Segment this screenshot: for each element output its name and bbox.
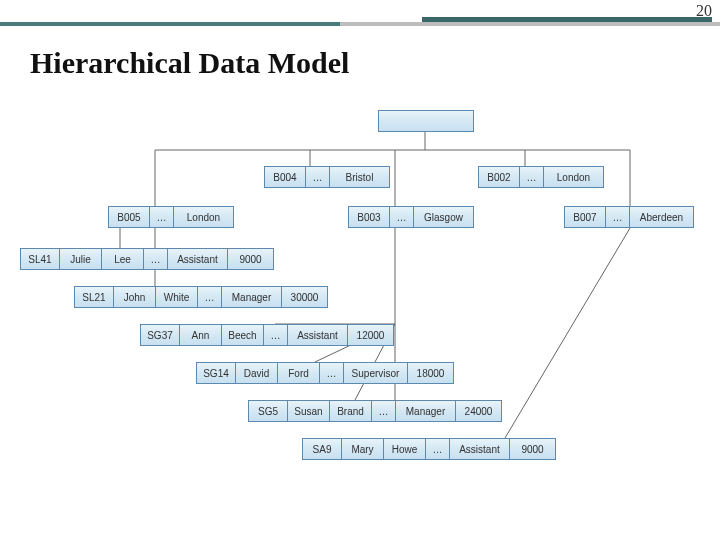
branch-node-b004: B004 … Bristol xyxy=(264,166,390,188)
staff-id: SA9 xyxy=(302,438,342,460)
root-node xyxy=(378,110,474,132)
staff-id: SG14 xyxy=(196,362,236,384)
branch-id: B007 xyxy=(564,206,606,228)
staff-id: SL41 xyxy=(20,248,60,270)
staff-node-sa9: SA9 Mary Howe … Assistant 9000 xyxy=(302,438,556,460)
root-cell xyxy=(378,110,474,132)
staff-salary: 18000 xyxy=(408,362,454,384)
ellipsis: … xyxy=(150,206,174,228)
staff-salary: 30000 xyxy=(282,286,328,308)
ellipsis: … xyxy=(198,286,222,308)
staff-id: SG37 xyxy=(140,324,180,346)
staff-salary: 12000 xyxy=(348,324,394,346)
branch-id: B003 xyxy=(348,206,390,228)
branch-id: B002 xyxy=(478,166,520,188)
branch-city: London xyxy=(174,206,234,228)
ellipsis: … xyxy=(320,362,344,384)
staff-fname: John xyxy=(114,286,156,308)
staff-node-sl21: SL21 John White … Manager 30000 xyxy=(74,286,328,308)
staff-id: SL21 xyxy=(74,286,114,308)
ellipsis: … xyxy=(390,206,414,228)
staff-role: Assistant xyxy=(288,324,348,346)
branch-node-b002: B002 … London xyxy=(478,166,604,188)
staff-fname: Julie xyxy=(60,248,102,270)
staff-salary: 9000 xyxy=(228,248,274,270)
branch-city: London xyxy=(544,166,604,188)
staff-lname: White xyxy=(156,286,198,308)
staff-lname: Ford xyxy=(278,362,320,384)
branch-id: B004 xyxy=(264,166,306,188)
staff-node-sg14: SG14 David Ford … Supervisor 18000 xyxy=(196,362,454,384)
branch-node-b007: B007 … Aberdeen xyxy=(564,206,694,228)
staff-lname: Howe xyxy=(384,438,426,460)
staff-lname: Lee xyxy=(102,248,144,270)
svg-line-14 xyxy=(505,228,630,438)
ellipsis: … xyxy=(426,438,450,460)
hierarchy-diagram: B004 … Bristol B002 … London B005 … Lond… xyxy=(0,110,720,540)
ellipsis: … xyxy=(520,166,544,188)
branch-id: B005 xyxy=(108,206,150,228)
ellipsis: … xyxy=(144,248,168,270)
branch-city: Glasgow xyxy=(414,206,474,228)
branch-city: Bristol xyxy=(330,166,390,188)
staff-lname: Brand xyxy=(330,400,372,422)
ellipsis: … xyxy=(264,324,288,346)
header-rule-accent xyxy=(422,17,712,22)
staff-salary: 24000 xyxy=(456,400,502,422)
slide-number: 20 xyxy=(696,2,712,20)
staff-node-sl41: SL41 Julie Lee … Assistant 9000 xyxy=(20,248,274,270)
staff-role: Manager xyxy=(396,400,456,422)
staff-role: Supervisor xyxy=(344,362,408,384)
staff-salary: 9000 xyxy=(510,438,556,460)
staff-fname: Ann xyxy=(180,324,222,346)
ellipsis: … xyxy=(306,166,330,188)
staff-role: Assistant xyxy=(168,248,228,270)
staff-node-sg5: SG5 Susan Brand … Manager 24000 xyxy=(248,400,502,422)
header-rule-teal xyxy=(0,22,340,26)
ellipsis: … xyxy=(372,400,396,422)
staff-id: SG5 xyxy=(248,400,288,422)
staff-fname: Mary xyxy=(342,438,384,460)
branch-node-b003: B003 … Glasgow xyxy=(348,206,474,228)
staff-role: Assistant xyxy=(450,438,510,460)
staff-node-sg37: SG37 Ann Beech … Assistant 12000 xyxy=(140,324,394,346)
header-rule-gray xyxy=(340,22,720,26)
branch-node-b005: B005 … London xyxy=(108,206,234,228)
staff-fname: David xyxy=(236,362,278,384)
page-title: Hierarchical Data Model xyxy=(30,46,349,80)
ellipsis: … xyxy=(606,206,630,228)
slide-header: 20 xyxy=(0,0,720,28)
branch-city: Aberdeen xyxy=(630,206,694,228)
staff-role: Manager xyxy=(222,286,282,308)
staff-lname: Beech xyxy=(222,324,264,346)
staff-fname: Susan xyxy=(288,400,330,422)
